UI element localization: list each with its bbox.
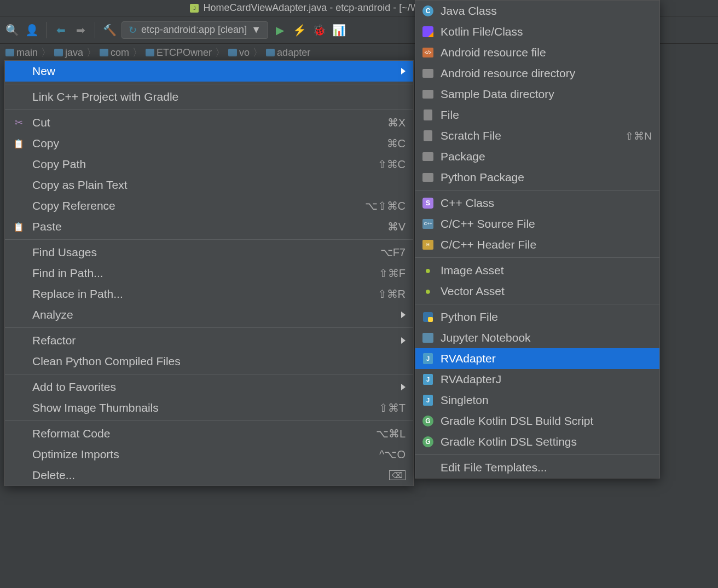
search-icon[interactable]: 🔍 bbox=[4, 22, 20, 38]
shortcut-label: ⇧⌘N bbox=[625, 130, 652, 142]
menu-item-find-in-path-[interactable]: Find in Path...⇧⌘F bbox=[5, 263, 413, 284]
submenu-item-label: Android resource file bbox=[441, 46, 546, 59]
submenu-item-sample-data-directory[interactable]: Sample Data directory bbox=[415, 84, 659, 105]
submenu-item-gradle-kotlin-dsl-settings[interactable]: GGradle Kotlin DSL Settings bbox=[415, 431, 659, 452]
menu-item-delete-[interactable]: Delete...⌫ bbox=[5, 465, 413, 486]
menu-item-label: Analyze bbox=[32, 308, 73, 321]
refresh-icon: ↻ bbox=[129, 24, 137, 36]
android-icon: ● bbox=[422, 285, 434, 297]
breadcrumb-item[interactable]: adapter bbox=[266, 47, 310, 59]
breadcrumb-item[interactable]: ETCPOwner bbox=[146, 47, 212, 59]
submenu-item-gradle-kotlin-dsl-build-script[interactable]: GGradle Kotlin DSL Build Script bbox=[415, 411, 659, 431]
folder-icon bbox=[5, 49, 14, 56]
submenu-item-edit-file-templates-[interactable]: Edit File Templates... bbox=[415, 457, 659, 478]
breadcrumb-item[interactable]: java bbox=[54, 47, 83, 59]
menu-separator bbox=[5, 239, 413, 240]
apply-icon[interactable]: ⚡ bbox=[292, 22, 308, 38]
menu-item-label: Clean Python Compiled Files bbox=[32, 355, 181, 368]
run-icon[interactable]: ▶ bbox=[273, 22, 288, 38]
breadcrumb-label: ETCPOwner bbox=[157, 47, 212, 59]
menu-item-copy-as-plain-text[interactable]: Copy as Plain Text bbox=[5, 175, 413, 195]
menu-separator bbox=[5, 109, 413, 110]
context-menu: NewLink C++ Project with Gradle✂Cut⌘X📋Co… bbox=[4, 60, 414, 486]
menu-item-optimize-imports[interactable]: Optimize Imports^⌥O bbox=[5, 444, 413, 465]
android-icon: ● bbox=[422, 264, 434, 276]
submenu-item-package[interactable]: Package bbox=[415, 146, 659, 167]
folder-icon bbox=[228, 49, 237, 56]
shortcut-label: ⇧⌘F bbox=[379, 267, 406, 280]
menu-item-copy-reference[interactable]: Copy Reference⌥⇧⌘C bbox=[5, 195, 413, 216]
menu-item-find-usages[interactable]: Find Usages⌥F7 bbox=[5, 242, 413, 263]
menu-item-link-c-project-with-gradle[interactable]: Link C++ Project with Gradle bbox=[5, 87, 413, 107]
cpp-icon: C++ bbox=[422, 218, 434, 230]
folder-icon bbox=[54, 49, 63, 56]
j-icon: J bbox=[422, 353, 434, 365]
folder-icon bbox=[422, 88, 434, 100]
menu-item-add-to-favorites[interactable]: Add to Favorites bbox=[5, 377, 413, 397]
breadcrumb-item[interactable]: com bbox=[100, 47, 129, 59]
forward-icon[interactable]: ➡ bbox=[73, 22, 88, 38]
submenu-item-rvadapter[interactable]: JRVAdapter bbox=[415, 348, 659, 369]
submenu-item-android-resource-file[interactable]: </>Android resource file bbox=[415, 42, 659, 63]
breadcrumb-item[interactable]: main bbox=[5, 47, 38, 59]
submenu-item-java-class[interactable]: CJava Class bbox=[415, 1, 659, 21]
menu-item-analyze[interactable]: Analyze bbox=[5, 304, 413, 325]
submenu-item-singleton[interactable]: JSingleton bbox=[415, 390, 659, 411]
submenu-item-label: Python Package bbox=[441, 171, 524, 184]
structure-icon[interactable]: 👤 bbox=[24, 22, 39, 38]
run-config-label: etcp-android:app [clean] bbox=[141, 24, 247, 36]
menu-item-show-image-thumbnails[interactable]: Show Image Thumbnails⇧⌘T bbox=[5, 397, 413, 418]
submenu-item-jupyter-notebook[interactable]: Jupyter Notebook bbox=[415, 327, 659, 348]
submenu-item-image-asset[interactable]: ●Image Asset bbox=[415, 260, 659, 281]
j-icon: J bbox=[422, 394, 434, 406]
menu-item-label: Replace in Path... bbox=[32, 287, 123, 301]
menu-separator bbox=[415, 257, 659, 258]
submenu-item-label: Android resource directory bbox=[441, 67, 575, 80]
submenu-item-c-c-source-file[interactable]: C++C/C++ Source File bbox=[415, 214, 659, 234]
submenu-item-python-file[interactable]: Python File bbox=[415, 307, 659, 327]
submenu-item-c-c-header-file[interactable]: HC/C++ Header File bbox=[415, 234, 659, 255]
build-icon[interactable]: 🔨 bbox=[102, 22, 117, 38]
submenu-item-python-package[interactable]: Python Package bbox=[415, 167, 659, 188]
submenu-item-label: Sample Data directory bbox=[441, 88, 554, 101]
back-icon[interactable]: ⬅ bbox=[53, 22, 68, 38]
menu-item-copy-path[interactable]: Copy Path⇧⌘C bbox=[5, 154, 413, 175]
menu-item-label: Paste bbox=[32, 220, 62, 233]
submenu-item-label: File bbox=[441, 108, 459, 122]
submenu-arrow-icon bbox=[401, 68, 406, 74]
submenu-item-c-class[interactable]: SC++ Class bbox=[415, 193, 659, 214]
menu-separator bbox=[5, 374, 413, 374]
menu-item-label: Refactor bbox=[32, 334, 76, 347]
separator bbox=[46, 22, 47, 38]
submenu-item-file[interactable]: File bbox=[415, 105, 659, 125]
breadcrumb-item[interactable]: vo bbox=[228, 47, 250, 59]
debug-icon[interactable]: 🐞 bbox=[312, 22, 327, 38]
py-icon bbox=[422, 311, 434, 323]
menu-item-label: Link C++ Project with Gradle bbox=[32, 90, 178, 103]
profile-icon[interactable]: 📊 bbox=[332, 22, 347, 38]
menu-item-replace-in-path-[interactable]: Replace in Path...⇧⌘R bbox=[5, 284, 413, 304]
menu-item-new[interactable]: New bbox=[5, 61, 413, 82]
shortcut-label: ⌘X bbox=[387, 116, 406, 129]
c-icon: C bbox=[422, 5, 434, 17]
menu-item-refactor[interactable]: Refactor bbox=[5, 330, 413, 351]
submenu-item-vector-asset[interactable]: ●Vector Asset bbox=[415, 281, 659, 302]
menu-item-copy[interactable]: 📋Copy⌘C bbox=[5, 133, 413, 154]
shortcut-label: ⇧⌘T bbox=[379, 401, 406, 414]
menu-item-paste[interactable]: 📋Paste⌘V bbox=[5, 216, 413, 237]
submenu-item-kotlin-file-class[interactable]: Kotlin File/Class bbox=[415, 21, 659, 42]
submenu-item-rvadapterj[interactable]: JRVAdapterJ bbox=[415, 369, 659, 390]
chevron-right-icon: 〉 bbox=[132, 46, 142, 59]
menu-item-label: Optimize Imports bbox=[32, 448, 119, 461]
chevron-right-icon: 〉 bbox=[86, 46, 96, 59]
run-config-selector[interactable]: ↻ etcp-android:app [clean] ▼ bbox=[121, 21, 268, 39]
menu-item-reformat-code[interactable]: Reformat Code⌥⌘L bbox=[5, 423, 413, 444]
file-icon bbox=[422, 109, 434, 121]
submenu-item-label: Edit File Templates... bbox=[441, 461, 547, 474]
submenu-item-label: Java Class bbox=[441, 4, 497, 18]
chevron-right-icon: 〉 bbox=[215, 46, 225, 59]
menu-item-cut[interactable]: ✂Cut⌘X bbox=[5, 112, 413, 133]
submenu-item-scratch-file[interactable]: Scratch File⇧⌘N bbox=[415, 125, 659, 146]
menu-item-clean-python-compiled-files[interactable]: Clean Python Compiled Files bbox=[5, 351, 413, 372]
submenu-item-android-resource-directory[interactable]: Android resource directory bbox=[415, 63, 659, 84]
